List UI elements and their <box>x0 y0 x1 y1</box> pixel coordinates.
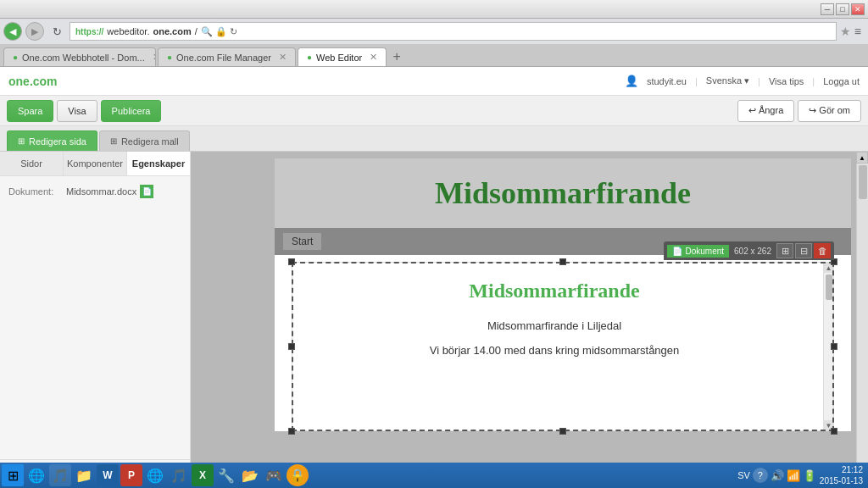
tips-link[interactable]: Visa tips <box>769 76 804 86</box>
sidebar: Sidor Komponenter Egenskaper Dokument: M… <box>0 152 191 485</box>
scroll-thumb[interactable] <box>859 165 867 199</box>
app-logo: one.com <box>8 75 58 88</box>
browser-tab-2[interactable]: ● One.com File Manager ✕ <box>158 47 296 66</box>
doc-content-title: Midsommarfirande <box>318 280 791 302</box>
taskbar-excel[interactable]: X <box>192 464 214 486</box>
systray-icons: SV ? 🔊 📶 🔋 <box>737 468 816 483</box>
taskbar-winamp[interactable]: 🎵 <box>168 464 190 486</box>
doc-content-line1: Midsommarfirande i Liljedal <box>318 319 791 332</box>
browser-tab-3[interactable]: ● Web Editor ✕ <box>298 47 387 66</box>
settings-icon[interactable]: ≡ <box>854 25 861 38</box>
document-icon-button[interactable]: 📄 <box>140 185 153 198</box>
language-indicator: SV <box>737 470 750 480</box>
tab-edit-template[interactable]: ⊞ Redigera mall <box>99 130 190 151</box>
header-right: 👤 studyit.eu | Svenska ▾ | Visa tips | L… <box>625 75 860 87</box>
document-filename: Midsommar.docx <box>66 186 136 197</box>
volume-icon[interactable]: 🔊 <box>771 469 784 482</box>
taskbar-right: SV ? 🔊 📶 🔋 21:12 2015-01-13 <box>732 464 868 486</box>
address-bar[interactable]: https:// webeditor. one.com / 🔍 🔒 ↻ <box>70 22 837 41</box>
taskbar-ppt[interactable]: P <box>120 464 142 486</box>
handle-tl[interactable] <box>288 258 295 265</box>
taskbar-files[interactable]: 📂 <box>239 464 261 486</box>
app-toolbar: Spara Visa Publicera ↩ Ångra ↪ Gör om <box>0 96 868 126</box>
doc-widget-action-settings[interactable]: ⊞ <box>776 243 793 258</box>
language-link[interactable]: Svenska ▾ <box>706 75 749 86</box>
network-icon[interactable]: 📶 <box>787 469 800 482</box>
browser-toolbar: ◀ ▶ ↻ https:// webeditor. one.com / 🔍 🔒 … <box>0 19 868 44</box>
edit-template-icon: ⊞ <box>110 136 117 146</box>
browser-actions: ★ ≡ <box>840 25 865 38</box>
page-header-section: Midsommarfirande <box>275 158 851 228</box>
help-icon[interactable]: ? <box>753 468 768 483</box>
tab-close-2[interactable]: ✕ <box>279 52 287 63</box>
user-icon: 👤 <box>625 75 638 87</box>
view-button[interactable]: Visa <box>57 100 97 122</box>
address-icons: 🔍 🔒 ↻ <box>201 26 237 37</box>
sep1: | <box>695 76 698 86</box>
redo-button[interactable]: ↪ Gör om <box>798 100 861 122</box>
doc-viewer: Midsommarfirande Midsommarfirande i Lilj… <box>292 262 834 431</box>
taskbar-start[interactable]: ⊞ <box>2 464 24 486</box>
close-button[interactable]: ✕ <box>851 3 865 15</box>
page-main-title: Midsommarfirande <box>292 175 834 211</box>
maximize-button[interactable]: □ <box>836 3 849 15</box>
handle-tm[interactable] <box>559 258 566 265</box>
refresh-addr-icon: ↻ <box>230 26 237 37</box>
sidebar-tab-properties[interactable]: Egenskaper <box>127 152 190 175</box>
taskbar-security[interactable]: 🔒 <box>287 464 309 486</box>
url-secure: https:// <box>75 27 103 36</box>
doc-widget-label-text: Dokument <box>685 247 724 256</box>
doc-widget-action-delete[interactable]: 🗑 <box>814 243 831 258</box>
tab-close-3[interactable]: ✕ <box>370 52 377 63</box>
taskbar-clock: 21:12 2015-01-13 <box>820 464 863 486</box>
logout-link[interactable]: Logga ut <box>823 76 860 86</box>
browser-tabs: ● One.com Webbhotell - Dom... ✕ ● One.co… <box>0 44 868 66</box>
taskbar-game[interactable]: 🎮 <box>263 464 285 486</box>
doc-widget-container: 📄 Dokument 602 x 262 ⊞ ⊟ 🗑 <box>292 262 834 431</box>
back-button[interactable]: ◀ <box>3 22 22 41</box>
sep3: | <box>812 76 815 86</box>
new-tab-button[interactable]: + <box>388 47 405 66</box>
app-header: one.com 👤 studyit.eu | Svenska ▾ | Visa … <box>0 67 868 96</box>
taskbar-word[interactable]: W <box>97 464 119 486</box>
document-row: Dokument: Midsommar.docx 📄 <box>8 185 181 198</box>
battery-icon[interactable]: 🔋 <box>803 469 816 482</box>
doc-widget-icon: 📄 <box>672 247 682 256</box>
doc-scroll-thumb[interactable] <box>826 274 832 300</box>
tab-close-1[interactable]: ✕ <box>153 52 156 63</box>
taskbar-folder[interactable]: 📁 <box>73 464 95 486</box>
tab-edit-page[interactable]: ⊞ Redigera sida <box>7 130 97 151</box>
clock-date: 2015-01-13 <box>820 475 863 486</box>
forward-button[interactable]: ▶ <box>25 22 44 41</box>
user-link[interactable]: studyit.eu <box>647 76 687 86</box>
sidebar-content: Dokument: Midsommar.docx 📄 <box>0 176 190 459</box>
handle-bl[interactable] <box>288 428 295 435</box>
sidebar-tab-components[interactable]: Komponenter <box>64 152 127 175</box>
nav-item-start[interactable]: Start <box>283 233 321 250</box>
taskbar-chrome[interactable]: 🌐 <box>144 464 166 486</box>
taskbar-media[interactable]: 🎵 <box>49 464 71 486</box>
doc-viewer-inner: Midsommarfirande Midsommarfirande i Lilj… <box>318 280 808 357</box>
minimize-button[interactable]: ─ <box>821 3 834 15</box>
doc-widget-action-duplicate[interactable]: ⊟ <box>795 243 812 258</box>
canvas-area[interactable]: ▲ ▼ Midsommarfirande Start 📄 Dokument <box>191 152 868 485</box>
browser-tab-1[interactable]: ● One.com Webbhotell - Dom... ✕ <box>3 47 156 66</box>
sidebar-tab-pages[interactable]: Sidor <box>0 152 64 175</box>
handle-mr[interactable] <box>831 343 837 350</box>
publish-button[interactable]: Publicera <box>101 100 162 122</box>
doc-widget-size: 602 x 262 <box>731 245 775 258</box>
undo-button[interactable]: ↩ Ångra <box>737 100 794 122</box>
bookmark-icon[interactable]: ★ <box>840 25 851 38</box>
taskbar-ie[interactable]: 🌐 <box>25 464 47 486</box>
save-button[interactable]: Spara <box>7 100 53 122</box>
scroll-up-arrow[interactable]: ▲ <box>856 152 868 164</box>
handle-bm[interactable] <box>559 428 566 435</box>
taskbar-misc1[interactable]: 🔧 <box>215 464 237 486</box>
document-value-container: Midsommar.docx 📄 <box>66 185 181 198</box>
handle-br[interactable] <box>831 428 837 435</box>
tab-label-3: Web Editor <box>316 53 362 63</box>
sep2: | <box>758 76 760 86</box>
main-layout: Sidor Komponenter Egenskaper Dokument: M… <box>0 152 868 485</box>
refresh-button[interactable]: ↻ <box>47 22 66 41</box>
handle-ml[interactable] <box>288 343 295 350</box>
